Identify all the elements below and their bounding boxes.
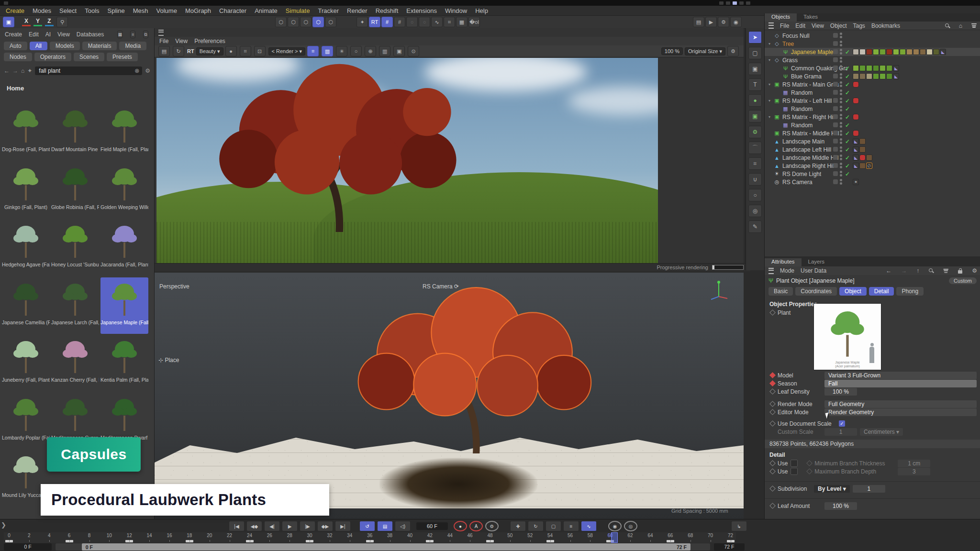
transport-button[interactable]: ▶| bbox=[335, 521, 351, 531]
attribute-menu-item[interactable]: User Data bbox=[801, 267, 826, 274]
frame-tick[interactable]: 38 bbox=[385, 532, 395, 543]
pass-select[interactable]: Beauty ▾ bbox=[196, 47, 223, 55]
object-tree-row[interactable]: ▾ ▣ RS Matrix - Right Hill ✓ bbox=[765, 113, 980, 121]
visibility-dots[interactable] bbox=[840, 106, 842, 111]
frame-tick[interactable]: 44 bbox=[445, 532, 455, 543]
object-tag-icon[interactable] bbox=[893, 49, 899, 55]
frame-tick[interactable]: 2 bbox=[24, 532, 34, 543]
season-slider[interactable]: Fall bbox=[824, 380, 977, 387]
visibility-dots[interactable] bbox=[840, 65, 842, 71]
object-tag-icon[interactable] bbox=[853, 73, 859, 79]
snap-tool-icon[interactable]: ✦ bbox=[356, 17, 368, 27]
object-tag-icon[interactable]: ◣ bbox=[853, 163, 859, 169]
dots-grid-icon[interactable]: ⌗ bbox=[240, 46, 251, 56]
object-tag-icon[interactable] bbox=[859, 138, 866, 144]
perspective-viewport[interactable]: Perspective RS Camera ⟳ ⊹ Place Grid Spa… bbox=[155, 273, 744, 519]
diamond-icon[interactable] bbox=[769, 420, 776, 427]
up-icon[interactable]: ↑ bbox=[916, 267, 919, 274]
object-menu-item[interactable]: Tags bbox=[853, 22, 865, 29]
object-name[interactable]: Blue Grama bbox=[791, 73, 822, 80]
object-tag-icon[interactable]: ◣ bbox=[893, 73, 899, 79]
enable-check-icon[interactable]: ✓ bbox=[845, 146, 850, 153]
leaf-amount-input[interactable]: 100 % bbox=[824, 502, 857, 510]
frame-tick[interactable]: 16 bbox=[164, 532, 175, 543]
menu-item[interactable]: Render bbox=[347, 7, 368, 14]
render-button-icon[interactable]: ◉ bbox=[730, 17, 742, 27]
layer-toggle[interactable] bbox=[833, 171, 838, 176]
enable-check-icon[interactable]: ✓ bbox=[845, 65, 850, 72]
viewport-camera-label[interactable]: Perspective bbox=[159, 283, 189, 290]
diamond-icon[interactable] bbox=[769, 409, 776, 415]
solo-button[interactable]: ◉ bbox=[608, 521, 622, 531]
gear-icon[interactable]: ⚙ bbox=[727, 46, 739, 56]
attribute-tab-pill[interactable]: Coordinates bbox=[795, 287, 837, 296]
menu-item[interactable]: Modes bbox=[33, 7, 51, 14]
object-tree-row[interactable]: ◎ RS Camera ⌖ bbox=[765, 178, 980, 186]
object-tree-row[interactable]: ☀ RS Dome Light ✓ bbox=[765, 170, 980, 178]
panel-menu-icon[interactable] bbox=[768, 22, 774, 29]
object-tag-icon[interactable] bbox=[853, 81, 859, 88]
gear-icon[interactable]: ⚙ bbox=[972, 267, 977, 274]
star-icon[interactable]: ✳ bbox=[336, 46, 347, 56]
visibility-dots[interactable] bbox=[840, 163, 842, 168]
panel-menu-icon[interactable] bbox=[158, 30, 164, 36]
object-tag-icon[interactable] bbox=[853, 114, 859, 120]
plant-asset-item[interactable]: Dog-Rose (Fall, Plant) bbox=[2, 104, 50, 161]
visibility-dots[interactable] bbox=[840, 171, 842, 176]
layer-toggle[interactable] bbox=[833, 114, 838, 119]
back-icon[interactable]: ← bbox=[4, 67, 10, 74]
layout-icon[interactable] bbox=[726, 1, 730, 5]
expand-caret-icon[interactable]: ▾ bbox=[768, 42, 773, 46]
frame-tick[interactable]: 70 bbox=[705, 532, 716, 543]
menu-item[interactable]: Spline bbox=[108, 7, 125, 14]
object-tag-icon[interactable] bbox=[859, 73, 866, 79]
object-name[interactable]: Random bbox=[791, 122, 813, 129]
record-channel-toggle[interactable]: ✚ bbox=[510, 521, 526, 531]
diamond-icon[interactable] bbox=[769, 460, 776, 466]
menu-item[interactable]: Character bbox=[219, 7, 246, 14]
zoom-value[interactable]: 100 % bbox=[661, 47, 683, 55]
ring-tool-icon[interactable]: ○ bbox=[748, 189, 762, 201]
object-tag-icon[interactable] bbox=[926, 49, 933, 55]
frame-tick[interactable]: 36 bbox=[365, 532, 375, 543]
frame-tick[interactable]: 32 bbox=[324, 532, 335, 543]
object-tag-icon[interactable] bbox=[913, 49, 919, 55]
expand-caret-icon[interactable]: ▾ bbox=[768, 58, 773, 62]
text-tool-icon[interactable]: T bbox=[748, 78, 762, 91]
transport-button[interactable]: |◀ bbox=[229, 521, 245, 531]
frame-tick[interactable]: 46 bbox=[465, 532, 475, 543]
object-tree-row[interactable]: ▦ Random ✓ bbox=[765, 88, 980, 97]
visibility-dots[interactable] bbox=[840, 33, 842, 38]
object-tree-row[interactable]: ▾ ▣ RS Matrix - Left Hill ✓ bbox=[765, 97, 980, 105]
object-menu-item[interactable]: Object bbox=[830, 22, 847, 29]
frame-tick[interactable]: 42 bbox=[424, 532, 435, 543]
object-tree-row[interactable]: ▲ Landscape Middle Hill ✓ ◣ bbox=[765, 154, 980, 162]
tool-icon[interactable]: ⬡ bbox=[312, 17, 324, 27]
pick-icon[interactable]: ⊕ bbox=[365, 46, 376, 56]
menu-item[interactable]: Select bbox=[59, 7, 77, 14]
object-menu-item[interactable]: View bbox=[812, 22, 824, 29]
editor-mode-select[interactable]: Render Geometry bbox=[824, 408, 977, 416]
object-tree-row[interactable]: ▾ ◇ Tree bbox=[765, 40, 980, 48]
object-tag-icon[interactable]: ◣ bbox=[853, 154, 859, 161]
render-button-icon[interactable]: ▶ bbox=[705, 17, 717, 27]
object-tag-icon[interactable] bbox=[880, 49, 886, 55]
layer-toggle[interactable] bbox=[833, 179, 838, 184]
subdivision-mode-select[interactable]: By Level ▾ bbox=[814, 485, 850, 493]
layer-toggle[interactable] bbox=[833, 163, 838, 168]
frame-tick[interactable]: 34 bbox=[345, 532, 355, 543]
filter-chip[interactable]: Scenes bbox=[74, 53, 104, 61]
min-branch-thickness-input[interactable]: 1 cm bbox=[898, 460, 930, 467]
snap-tool-icon[interactable]: RT bbox=[369, 17, 380, 27]
refresh-icon[interactable]: ↻ bbox=[173, 46, 184, 56]
object-tag-icon[interactable] bbox=[859, 154, 866, 161]
diamond-icon[interactable] bbox=[806, 468, 813, 474]
object-name[interactable]: Landscape Middle Hill bbox=[782, 154, 838, 161]
custom-dropdown[interactable]: Custom bbox=[949, 277, 977, 284]
search-settings-icon[interactable]: ⚙ bbox=[145, 67, 150, 74]
search-icon[interactable] bbox=[929, 268, 934, 273]
layout-active-icon[interactable] bbox=[733, 1, 737, 5]
frame-tick[interactable]: 12 bbox=[124, 532, 134, 543]
frame-tick[interactable]: 4 bbox=[44, 532, 55, 543]
playhead[interactable] bbox=[611, 532, 618, 543]
